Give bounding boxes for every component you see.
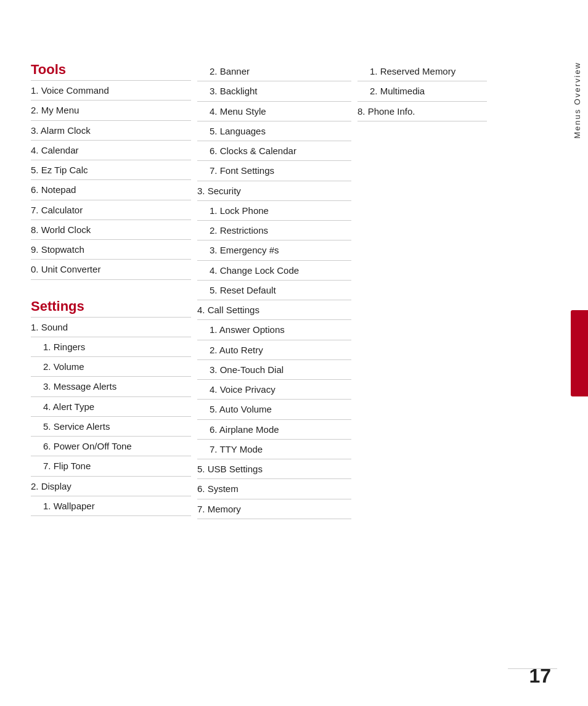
list-item: 4. Menu Style	[197, 102, 351, 121]
list-item: 3. One-Touch Dial	[197, 360, 351, 380]
list-item: 8. Phone Info.	[357, 102, 487, 121]
list-item: 0. Unit Converter	[31, 260, 191, 279]
list-item: 4. Calendar	[31, 141, 191, 160]
list-item: 6. Notepad	[31, 180, 191, 200]
list-item: 6. Clocks & Calendar	[197, 141, 351, 161]
col-left: Tools 1. Voice Command 2. My Menu 3. Ala…	[31, 62, 191, 519]
list-item: 1. Reserved Memory	[357, 62, 487, 81]
security-header: 3. Security	[197, 181, 351, 201]
page-number: 17	[529, 665, 551, 688]
list-item: 2. Banner	[197, 62, 351, 81]
list-item: 7. TTY Mode	[197, 440, 351, 459]
list-item: 1. Voice Command	[31, 81, 191, 101]
list-item: 4. Alert Type	[31, 397, 191, 417]
list-item: 1. Ringers	[31, 337, 191, 357]
list-item: 8. World Clock	[31, 220, 191, 240]
call-settings-header: 4. Call Settings	[197, 300, 351, 320]
list-item: 3. Alarm Clock	[31, 121, 191, 141]
list-item: 4. Change Lock Code	[197, 261, 351, 281]
tools-section: Tools 1. Voice Command 2. My Menu 3. Ala…	[31, 62, 191, 280]
list-item: 7. Font Settings	[197, 161, 351, 181]
list-item: 3. Backlight	[197, 81, 351, 101]
display-subitems: 2. Banner 3. Backlight 4. Menu Style 5. …	[197, 62, 351, 181]
list-item: 5. Languages	[197, 121, 351, 141]
list-item: 3. Emergency #s	[197, 240, 351, 260]
list-item: 4. Voice Privacy	[197, 380, 351, 400]
col-middle: 2. Banner 3. Backlight 4. Menu Style 5. …	[191, 62, 351, 519]
list-item: 6. Power On/Off Tone	[31, 437, 191, 456]
page-content: Tools 1. Voice Command 2. My Menu 3. Ala…	[0, 0, 588, 544]
col-right: 1. Reserved Memory 2. Multimedia 8. Phon…	[351, 62, 487, 519]
list-item: 9. Stopwatch	[31, 240, 191, 260]
call-settings-section: 4. Call Settings 1. Answer Options 2. Au…	[197, 300, 351, 459]
settings-title: Settings	[31, 298, 191, 314]
list-item: 2. Restrictions	[197, 221, 351, 240]
list-item: 3. Message Alerts	[31, 377, 191, 396]
settings-section: Settings 1. Sound 1. Ringers 2. Volume 3…	[31, 298, 191, 517]
list-item: 5. Reset Default	[197, 281, 351, 300]
list-item: 2. Volume	[31, 357, 191, 377]
list-item: 2. Display	[31, 477, 191, 496]
list-item: 5. Ez Tip Calc	[31, 160, 191, 180]
list-item: 1. Wallpaper	[31, 496, 191, 516]
list-item: 1. Lock Phone	[197, 201, 351, 221]
list-item: 5. Service Alerts	[31, 417, 191, 437]
list-item: 1. Sound	[31, 318, 191, 337]
usb-settings-header: 5. USB Settings	[197, 459, 351, 479]
side-tab	[571, 310, 588, 396]
memory-header: 7. Memory	[197, 499, 351, 519]
list-item: 7. Calculator	[31, 200, 191, 220]
list-item: 2. Multimedia	[357, 81, 487, 101]
list-item: 2. My Menu	[31, 101, 191, 120]
list-item: 1. Answer Options	[197, 320, 351, 340]
side-label: Menus Overview	[573, 62, 582, 139]
list-item: 5. Auto Volume	[197, 400, 351, 419]
list-item: 7. Flip Tone	[31, 456, 191, 476]
list-item: 6. Airplane Mode	[197, 420, 351, 440]
system-header: 6. System	[197, 479, 351, 499]
list-item: 2. Auto Retry	[197, 340, 351, 360]
security-section: 3. Security 1. Lock Phone 2. Restriction…	[197, 181, 351, 301]
tools-title: Tools	[31, 62, 191, 78]
